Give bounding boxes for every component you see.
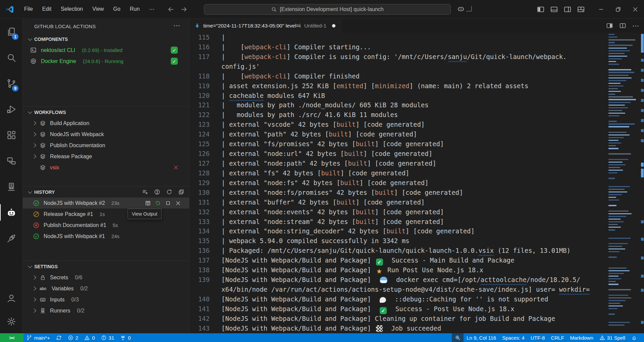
- toggle-secondary-sidebar-icon[interactable]: [564, 5, 572, 13]
- workflow-row[interactable]: Release Package: [23, 151, 189, 162]
- menu-edit[interactable]: Edit: [38, 4, 56, 14]
- status-item-encoding[interactable]: UTF-8: [528, 333, 548, 342]
- history-row[interactable]: NodeJS with Webpack #124s: [23, 231, 189, 242]
- view-output-icon[interactable]: [145, 200, 151, 206]
- editor-more-actions-icon[interactable]: ⋯: [632, 22, 639, 30]
- restore-button[interactable]: [609, 0, 627, 19]
- open-preview-icon[interactable]: [606, 22, 613, 29]
- activity-item-accounts[interactable]: [0, 286, 22, 310]
- status-item-git-branch[interactable]: main*+: [23, 333, 53, 342]
- settings-count: 0/3: [71, 297, 79, 303]
- minimap-line: [608, 305, 623, 306]
- component-row[interactable]: nektos/act CLI(0.2.69) - Installed✓: [23, 45, 189, 56]
- section-header-settings[interactable]: SETTINGS: [23, 261, 189, 272]
- settings-row-inputs[interactable]: Inputs0/3: [23, 294, 189, 305]
- status-item-cursor-position[interactable]: Ln 9, Col 116: [464, 333, 499, 342]
- tab-untitled-1[interactable]: time="2024-11-17T18:32:43-05:00" level=i…: [190, 19, 341, 33]
- forward-arrow-icon[interactable]: [180, 5, 188, 13]
- minimap-line: [608, 137, 624, 138]
- workflow-error-icon[interactable]: [173, 164, 179, 171]
- toggle-panel-icon[interactable]: [550, 5, 558, 13]
- menu-[interactable]: ⋯: [145, 4, 158, 14]
- status-item-indentation[interactable]: Spaces: 4: [499, 333, 528, 342]
- status-item-remote-indicator[interactable]: ><: [0, 333, 23, 342]
- section-header-history[interactable]: HISTORY: [23, 186, 189, 197]
- code-text: x64/bin/node /var/run/act/actions/action…: [221, 285, 590, 294]
- settings-row-secrets[interactable]: Secrets0/6: [23, 272, 189, 283]
- status-item-notifications[interactable]: [628, 333, 640, 342]
- status-item-errors[interactable]: 2: [65, 333, 81, 342]
- activity-item-search[interactable]: [0, 45, 22, 70]
- settings-row-runners[interactable]: Runners0/2: [23, 305, 189, 316]
- status-check-icon: ✓: [171, 47, 178, 54]
- minimap-line: [608, 107, 628, 108]
- back-arrow-icon[interactable]: [167, 5, 175, 13]
- workflow-row[interactable]: NodeJS with Webpack: [23, 129, 189, 140]
- component-row[interactable]: Docker Engine(24.0.6) - Running✓: [23, 56, 189, 67]
- help-icon[interactable]: [154, 189, 160, 195]
- refresh-icon[interactable]: [166, 189, 172, 195]
- activity-item-github-local-actions[interactable]: [0, 199, 22, 225]
- history-row[interactable]: NodeJS with Webpack #223s: [23, 197, 189, 209]
- copilot-menu[interactable]: [457, 5, 472, 13]
- minimap[interactable]: [607, 33, 641, 333]
- status-item-language-mode[interactable]: Markdown: [567, 333, 596, 342]
- rocket-icon: [6, 233, 16, 243]
- menu-file[interactable]: File: [20, 4, 37, 14]
- customize-layout-icon[interactable]: [577, 5, 585, 13]
- status-item-ports[interactable]: 0: [117, 333, 133, 342]
- overview-ruler-scrollbar[interactable]: [641, 33, 644, 333]
- status-item-sync[interactable]: [53, 333, 65, 342]
- workflow-row[interactable]: Publish Documentation: [23, 140, 189, 151]
- settings-row-variables[interactable]: abcVariables0/2: [23, 283, 189, 294]
- code-area[interactable]: 115|116| [webpack-cli] Compiler starting…: [190, 33, 644, 333]
- workflow-row[interactable]: Build Application: [23, 118, 189, 129]
- history-row[interactable]: Release Package #11s: [23, 209, 189, 220]
- ruler-mark: [641, 69, 644, 72]
- status-item-eol[interactable]: CRLF: [548, 333, 567, 342]
- status-cancelled-icon: [33, 211, 40, 218]
- stop-icon[interactable]: [165, 200, 171, 206]
- status-item-warnings[interactable]: 0: [81, 333, 98, 342]
- code-text: | external "node:string_decoder" 42 byte…: [221, 226, 475, 236]
- toggle-sidebar-icon[interactable]: [537, 5, 545, 13]
- status-item-zoom-indicator[interactable]: [452, 333, 464, 342]
- code-row: 141[NodeJS with Webpack/Build and Packag…: [190, 304, 644, 314]
- history-label: Publish Documentation #1: [44, 222, 106, 228]
- chevron-down-icon: [28, 189, 32, 194]
- code-text: [NodeJS with Webpack/Build and Package] …: [221, 275, 580, 285]
- workflow-label: Build Application: [50, 120, 89, 126]
- command-center-search[interactable]: [Extension Development Host] quick-launc…: [204, 4, 451, 15]
- activity-item-remote-explorer[interactable]: [0, 148, 22, 174]
- modified-dot-icon[interactable]: [332, 24, 335, 27]
- activity-item-manage[interactable]: [0, 310, 22, 333]
- activity-item-run-and-debug[interactable]: [0, 96, 22, 122]
- close-icon[interactable]: [175, 200, 181, 206]
- section-header-workflows[interactable]: WORKFLOWS: [23, 107, 189, 118]
- menu-selection[interactable]: Selection: [57, 4, 87, 14]
- minimap-line: [608, 145, 616, 146]
- restart-icon[interactable]: [155, 200, 161, 206]
- activity-bar: 19: [0, 19, 23, 333]
- activity-item-extensions[interactable]: [0, 122, 22, 148]
- menu-view[interactable]: View: [88, 4, 108, 14]
- clear-list-icon[interactable]: [142, 189, 148, 195]
- status-item-infos[interactable]: 31: [98, 333, 117, 342]
- split-editor-icon[interactable]: [619, 22, 626, 29]
- section-header-components[interactable]: COMPONENTS: [23, 34, 189, 45]
- activity-item-explorer[interactable]: 1: [0, 19, 22, 45]
- menu-go[interactable]: Go: [109, 4, 124, 14]
- minimize-button[interactable]: [592, 0, 609, 19]
- minimap-line: [608, 37, 618, 38]
- collapse-icon[interactable]: [178, 189, 184, 195]
- settings-label: Runners: [50, 308, 70, 314]
- menu-run[interactable]: Run: [126, 4, 144, 14]
- history-row[interactable]: Publish Documentation #15s: [23, 220, 189, 231]
- activity-item-deploy[interactable]: [0, 225, 22, 251]
- close-button[interactable]: [627, 0, 644, 19]
- activity-item-runners[interactable]: [0, 174, 22, 199]
- status-item-spell-checker[interactable]: 31 Spell: [596, 333, 628, 342]
- workflow-row[interactable]: vsix: [23, 162, 189, 173]
- activity-item-source-control[interactable]: 9: [0, 70, 22, 96]
- more-actions-icon[interactable]: ⋯: [173, 21, 180, 30]
